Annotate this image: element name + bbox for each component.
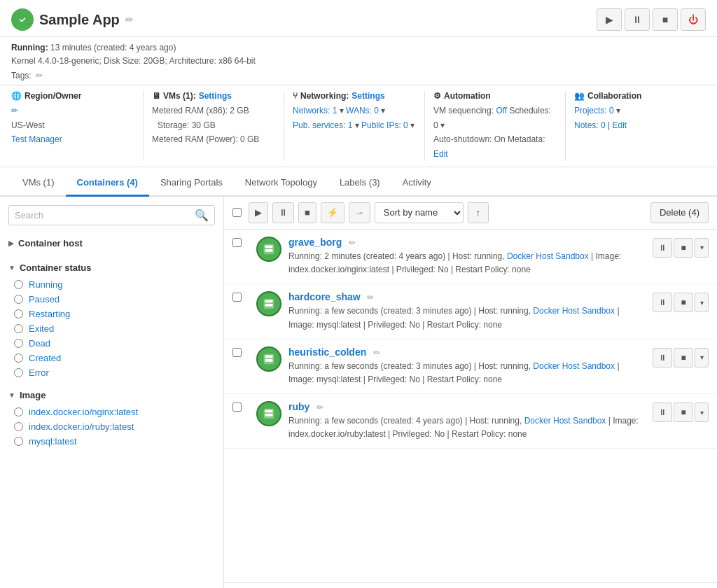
container-checkbox-heuristic-colden[interactable] <box>232 348 242 357</box>
filter-status-running-label[interactable]: Running <box>29 279 62 290</box>
play-button[interactable]: ▶ <box>597 8 622 31</box>
filter-status-restarting-radio[interactable] <box>14 309 23 318</box>
toolbar-pause-button[interactable]: ⏸ <box>272 202 294 223</box>
container-checkbox-ruby[interactable] <box>232 402 242 412</box>
stop-btn-grave-borg[interactable]: ■ <box>674 238 693 258</box>
container-name-grave-borg[interactable]: grave_borg <box>288 237 342 248</box>
tab-vms[interactable]: VMs (1) <box>11 170 66 197</box>
filter-status-dead-label[interactable]: Dead <box>29 338 50 349</box>
container-item-grave-borg: grave_borg ✏ Running: 2 minutes (created… <box>224 230 717 284</box>
container-actions-grave-borg: ⏸ ■ ▾ <box>653 238 709 258</box>
toolbar-play-button[interactable]: ▶ <box>249 202 268 223</box>
tab-network-topology[interactable]: Network Topology <box>234 170 328 197</box>
stop-button[interactable]: ■ <box>653 8 678 31</box>
filter-status-exited-radio[interactable] <box>14 324 23 333</box>
filter-image-ruby-label[interactable]: index.docker.io/ruby:latest <box>29 421 134 432</box>
edit-region-link[interactable]: ✏ <box>11 106 18 115</box>
container-edit-heuristic-colden[interactable]: ✏ <box>373 348 380 358</box>
pub-services-link[interactable]: Pub. services: 1 <box>293 120 352 130</box>
stop-btn-hardcore-shaw[interactable]: ■ <box>674 293 693 312</box>
tab-activity[interactable]: Activity <box>391 170 443 197</box>
docker-host-link-heuristic-colden[interactable]: Docker Host Sandbox <box>533 361 615 371</box>
docker-host-link-ruby[interactable]: Docker Host Sandbox <box>524 416 606 426</box>
filter-status-error-label[interactable]: Error <box>29 368 49 378</box>
toolbar-stop-button[interactable]: ■ <box>298 202 316 223</box>
app-title-edit-icon[interactable]: ✏ <box>125 14 134 25</box>
pause-btn-hardcore-shaw[interactable]: ⏸ <box>653 293 672 312</box>
public-ips-link[interactable]: Public IPs: 0 <box>361 120 408 130</box>
filter-image-mysql-label[interactable]: mysql:latest <box>29 436 77 447</box>
filter-image: ▼ Image index.docker.io/nginx:latest ind… <box>8 386 215 449</box>
container-checkbox-grave-borg[interactable] <box>232 238 242 247</box>
sort-select[interactable]: Sort by name Sort by status Sort by crea… <box>375 202 464 223</box>
vms-settings-link[interactable]: Settings <box>199 91 232 101</box>
dropdown-btn-heuristic-colden[interactable]: ▾ <box>695 348 709 368</box>
container-info-ruby: ruby ✏ Running: a few seconds (created: … <box>288 401 646 441</box>
filter-container-status-header[interactable]: ▼ Container status <box>8 258 215 277</box>
dropdown-btn-ruby[interactable]: ▾ <box>695 402 709 422</box>
filter-image-mysql-radio[interactable] <box>14 437 23 446</box>
tab-containers[interactable]: Containers (4) <box>66 170 149 197</box>
stop-btn-ruby[interactable]: ■ <box>674 402 693 422</box>
pause-btn-heuristic-colden[interactable]: ⏸ <box>653 348 672 368</box>
container-edit-ruby[interactable]: ✏ <box>316 402 323 412</box>
sort-asc-button[interactable]: ↑ <box>468 202 489 223</box>
networking-settings-link[interactable]: Settings <box>351 91 384 101</box>
projects-link[interactable]: Projects: 0 <box>574 106 614 115</box>
search-input[interactable] <box>15 210 195 220</box>
stop-btn-heuristic-colden[interactable]: ■ <box>674 348 693 368</box>
collab-edit-link[interactable]: Edit <box>613 120 627 130</box>
select-all-checkbox[interactable] <box>232 208 242 217</box>
docker-host-link-grave-borg[interactable]: Docker Host Sandbox <box>507 251 589 261</box>
tab-labels[interactable]: Labels (3) <box>328 170 391 197</box>
container-name-ruby[interactable]: ruby <box>288 401 309 412</box>
networks-link[interactable]: Networks: 1 <box>293 106 337 115</box>
notes-link[interactable]: Notes: 0 <box>574 120 606 130</box>
filter-status-restarting-label[interactable]: Restarting <box>29 309 70 319</box>
vm-seq-link[interactable]: Off <box>496 106 507 115</box>
app-title-area: Sample App ✏ <box>11 8 134 31</box>
filter-status-created-radio[interactable] <box>14 354 23 363</box>
filter-status-running: Running <box>14 277 215 292</box>
metadata-edit-link[interactable]: Edit <box>433 149 448 159</box>
filter-status-error-radio[interactable] <box>14 368 23 377</box>
container-item-ruby: ruby ✏ Running: a few seconds (created: … <box>224 394 717 449</box>
container-checkbox-hardcore-shaw[interactable] <box>232 293 242 302</box>
dropdown-btn-hardcore-shaw[interactable]: ▾ <box>695 293 709 312</box>
container-edit-hardcore-shaw[interactable]: ✏ <box>367 293 374 302</box>
delete-button[interactable]: Delete (4) <box>650 202 709 223</box>
container-item-heuristic-colden: heuristic_colden ✏ Running: a few second… <box>224 340 717 394</box>
toolbar: ▶ ⏸ ■ ⚡ → Sort by name Sort by status So… <box>224 197 717 230</box>
toolbar-restart-button[interactable]: ⚡ <box>321 202 344 223</box>
docker-host-link-hardcore-shaw[interactable]: Docker Host Sandbox <box>533 306 615 316</box>
pause-button[interactable]: ⏸ <box>625 8 650 31</box>
pause-btn-grave-borg[interactable]: ⏸ <box>653 238 672 258</box>
filter-image-nginx-label[interactable]: index.docker.io/nginx:latest <box>29 407 138 417</box>
power-button[interactable]: ⏻ <box>681 8 706 31</box>
filter-status-running-radio[interactable] <box>14 280 23 289</box>
dropdown-btn-grave-borg[interactable]: ▾ <box>695 238 709 258</box>
filter-status-dead-radio[interactable] <box>14 339 23 348</box>
container-icon-hardcore-shaw <box>256 291 281 316</box>
filter-status-exited-label[interactable]: Exited <box>29 323 54 334</box>
container-name-heuristic-colden[interactable]: heuristic_colden <box>288 346 366 358</box>
toolbar-console-button[interactable]: → <box>349 202 370 223</box>
filter-status-created: Created <box>14 351 215 365</box>
wans-link[interactable]: WANs: 0 <box>346 106 379 115</box>
filter-container-host-header[interactable]: ▶ Container host <box>8 234 215 253</box>
filter-image-nginx-radio[interactable] <box>14 407 23 416</box>
pause-btn-ruby[interactable]: ⏸ <box>653 402 672 422</box>
filter-status-dead: Dead <box>14 336 215 351</box>
filter-status-paused-radio[interactable] <box>14 295 23 304</box>
container-name-hardcore-shaw[interactable]: hardcore_shaw <box>288 291 361 302</box>
filter-image-header[interactable]: ▼ Image <box>8 386 215 405</box>
search-icon[interactable]: 🔍 <box>195 209 209 222</box>
filter-status-created-label[interactable]: Created <box>29 353 61 363</box>
filter-image-ruby-radio[interactable] <box>14 422 23 431</box>
tags-edit-icon[interactable]: ✏ <box>36 71 43 80</box>
container-edit-grave-borg[interactable]: ✏ <box>349 238 356 248</box>
filter-status-paused-label[interactable]: Paused <box>29 294 60 304</box>
tab-sharing-portals[interactable]: Sharing Portals <box>149 170 234 197</box>
manager-link[interactable]: Test Manager <box>11 134 62 144</box>
search-box: 🔍 <box>8 205 215 225</box>
